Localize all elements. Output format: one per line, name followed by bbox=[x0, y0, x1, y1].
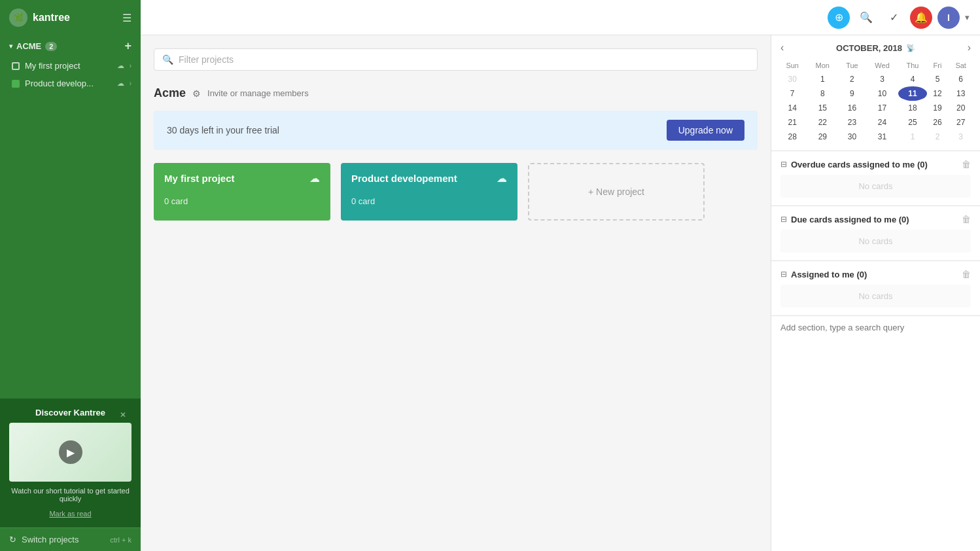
logo-area: 🌿 kantree bbox=[9, 9, 70, 27]
calendar-day-3-0[interactable]: 21 bbox=[778, 115, 807, 130]
sidebar-item-product-develop[interactable]: Product develop... ☁ › bbox=[0, 75, 141, 92]
discover-box: ✕ Discover Kantree ▶ Watch our short tut… bbox=[9, 408, 131, 518]
due-section: ⊟ Due cards assigned to me (0) 🗑 No card… bbox=[771, 206, 980, 261]
main: ⊕ 🔍 ✓ 🔔 I ▾ 🔍 Acme ⚙ Invite or manage me… bbox=[141, 0, 980, 551]
cloud-icon-1: ☁ bbox=[117, 62, 124, 70]
add-topbar-button[interactable]: ⊕ bbox=[828, 7, 850, 29]
calendar-day-3-5[interactable]: 26 bbox=[927, 115, 949, 130]
calendar-day-2-5[interactable]: 19 bbox=[927, 101, 949, 115]
play-button-icon[interactable]: ▶ bbox=[59, 440, 82, 464]
calendar-day-3-6[interactable]: 27 bbox=[948, 115, 973, 130]
due-delete-icon[interactable]: 🗑 bbox=[962, 214, 971, 224]
mark-as-read-link[interactable]: Mark as read bbox=[49, 510, 91, 518]
upgrade-button[interactable]: Upgrade now bbox=[667, 120, 744, 141]
new-project-button[interactable]: + New project bbox=[528, 163, 705, 221]
assigned-delete-icon[interactable]: 🗑 bbox=[962, 269, 971, 279]
calendar-day-4-6[interactable]: 3 bbox=[948, 130, 973, 144]
project-icons-2: ☁ bbox=[117, 79, 124, 88]
calendar-day-4-4[interactable]: 1 bbox=[898, 130, 926, 144]
add-workspace-button[interactable]: + bbox=[124, 39, 131, 53]
calendar-day-0-1[interactable]: 1 bbox=[807, 72, 838, 86]
calendar-day-2-4[interactable]: 18 bbox=[898, 101, 926, 115]
caret-icon: ▾ bbox=[9, 43, 12, 50]
calendar-day-0-2[interactable]: 2 bbox=[838, 72, 866, 86]
workspace-badge: 2 bbox=[45, 42, 57, 51]
project-card-count-1: 0 card bbox=[351, 196, 375, 206]
search-topbar-button[interactable]: 🔍 bbox=[855, 7, 877, 29]
calendar-day-4-0[interactable]: 28 bbox=[778, 130, 807, 144]
calendar-day-1-5[interactable]: 12 bbox=[927, 86, 949, 101]
calendar-day-1-1[interactable]: 8 bbox=[807, 86, 838, 101]
calendar-day-0-5[interactable]: 5 bbox=[927, 72, 949, 86]
new-project-label: + New project bbox=[588, 187, 644, 197]
video-thumb-bg: ▶ bbox=[9, 423, 131, 482]
calendar-day-3-1[interactable]: 22 bbox=[807, 115, 838, 130]
video-thumbnail[interactable]: ▶ bbox=[9, 423, 131, 482]
calendar-day-1-4[interactable]: 11 bbox=[898, 86, 926, 101]
rss-icon[interactable]: 📡 bbox=[906, 44, 915, 52]
calendar-weekdays-row: Sun Mon Tue Wed Thu Fri Sat bbox=[778, 59, 973, 72]
assigned-section-header: ⊟ Assigned to me (0) 🗑 bbox=[780, 269, 971, 279]
calendar-day-4-5[interactable]: 2 bbox=[927, 130, 949, 144]
avatar-chevron[interactable]: ▾ bbox=[965, 12, 970, 22]
calendar-body: 3012345678910111213141516171819202122232… bbox=[778, 72, 973, 144]
overdue-delete-icon[interactable]: 🗑 bbox=[962, 159, 971, 169]
due-collapse-icon[interactable]: ⊟ bbox=[780, 215, 787, 224]
workspace-header: Acme ⚙ Invite or manage members bbox=[154, 86, 758, 100]
calendar-day-2-0[interactable]: 14 bbox=[778, 101, 807, 115]
workspace-left[interactable]: ▾ ACME 2 bbox=[9, 41, 57, 51]
calendar-day-4-2[interactable]: 30 bbox=[838, 130, 866, 144]
calendar-day-4-1[interactable]: 29 bbox=[807, 130, 838, 144]
calendar-prev-button[interactable]: ‹ bbox=[780, 42, 784, 54]
calendar-day-3-3[interactable]: 24 bbox=[866, 115, 899, 130]
overdue-title-row: ⊟ Overdue cards assigned to me (0) bbox=[780, 160, 928, 169]
trial-text: 30 days left in your free trial bbox=[167, 125, 279, 135]
trial-banner: 30 days left in your free trial Upgrade … bbox=[154, 111, 758, 150]
assigned-title-row: ⊟ Assigned to me (0) bbox=[780, 270, 867, 279]
filter-input[interactable] bbox=[179, 54, 749, 65]
workspace-name: ACME bbox=[16, 41, 41, 51]
calendar-day-3-4[interactable]: 25 bbox=[898, 115, 926, 130]
calendar-day-3-2[interactable]: 23 bbox=[838, 115, 866, 130]
add-section-input[interactable] bbox=[771, 316, 980, 339]
project-card-title-1: Product developement bbox=[351, 173, 457, 184]
logo-icon: 🌿 bbox=[9, 9, 27, 27]
project-card-0[interactable]: My first project ☁ 0 card bbox=[154, 163, 330, 221]
cal-dow-thu: Thu bbox=[898, 59, 926, 72]
workspace-settings-icon[interactable]: ⚙ bbox=[192, 88, 201, 99]
hamburger-icon[interactable]: ☰ bbox=[122, 12, 131, 24]
workspace-title: Acme bbox=[154, 86, 186, 100]
switch-projects-button[interactable]: ↻ Switch projects ctrl + k bbox=[0, 527, 141, 551]
overdue-collapse-icon[interactable]: ⊟ bbox=[780, 160, 787, 169]
cal-dow-tue: Tue bbox=[838, 59, 866, 72]
project-card-footer-1: 0 card bbox=[341, 191, 517, 214]
discover-close-button[interactable]: ✕ bbox=[120, 410, 126, 419]
calendar-day-0-4[interactable]: 4 bbox=[898, 72, 926, 86]
calendar-day-2-1[interactable]: 15 bbox=[807, 101, 838, 115]
calendar-week-3: 21222324252627 bbox=[778, 115, 973, 130]
calendar-day-1-3[interactable]: 10 bbox=[866, 86, 899, 101]
sidebar-header: 🌿 kantree ☰ bbox=[0, 0, 141, 35]
project-dot-2 bbox=[12, 80, 20, 88]
user-avatar-button[interactable]: I bbox=[937, 7, 960, 29]
project-icons-1: ☁ bbox=[117, 62, 124, 70]
calendar-day-2-6[interactable]: 20 bbox=[948, 101, 973, 115]
invite-members-link[interactable]: Invite or manage members bbox=[207, 88, 309, 98]
calendar-next-button[interactable]: › bbox=[968, 42, 971, 54]
calendar-day-2-3[interactable]: 17 bbox=[866, 101, 899, 115]
calendar-day-0-0[interactable]: 30 bbox=[778, 72, 807, 86]
check-topbar-button[interactable]: ✓ bbox=[883, 7, 905, 29]
calendar-day-0-3[interactable]: 3 bbox=[866, 72, 899, 86]
calendar-day-0-6[interactable]: 6 bbox=[948, 72, 973, 86]
calendar-day-4-3[interactable]: 31 bbox=[866, 130, 899, 144]
calendar-day-1-0[interactable]: 7 bbox=[778, 86, 807, 101]
sidebar-item-my-first-project[interactable]: My first project ☁ › bbox=[0, 57, 141, 75]
project-card-1[interactable]: Product developement ☁ 0 card bbox=[341, 163, 517, 221]
calendar-week-0: 30123456 bbox=[778, 72, 973, 86]
project-card-header-0: My first project ☁ bbox=[154, 163, 330, 191]
calendar-day-1-2[interactable]: 9 bbox=[838, 86, 866, 101]
calendar-day-1-6[interactable]: 13 bbox=[948, 86, 973, 101]
calendar-day-2-2[interactable]: 16 bbox=[838, 101, 866, 115]
assigned-collapse-icon[interactable]: ⊟ bbox=[780, 270, 787, 279]
notification-topbar-button[interactable]: 🔔 bbox=[910, 7, 932, 29]
